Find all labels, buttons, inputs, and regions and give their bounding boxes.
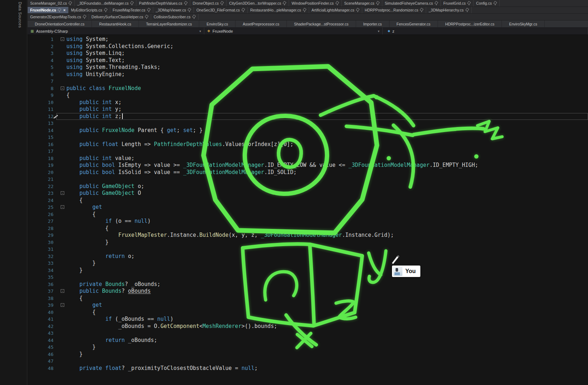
fold-column (59, 323, 64, 330)
tab-OneSec3D_FileFormat.cs[interactable]: OneSec3D_FileFormat.cs (194, 7, 248, 13)
code-text: using System; (64, 36, 108, 43)
tab-CityGen3DGen...torWrapper.cs[interactable]: CityGen3DGen...torWrapper.cs (227, 0, 289, 6)
fold-column (59, 155, 64, 162)
pin-icon[interactable] (184, 1, 187, 5)
tab-EnviroSkyMgr.cs[interactable]: EnviroSkyMgr.cs (502, 20, 545, 27)
tab-RestaurantHo...pleManager.cs[interactable]: RestaurantHo...pleManager.cs (248, 7, 309, 13)
tab-Generator2ExportMapTools.cs[interactable]: Generator2ExportMapTools.cs (28, 14, 89, 20)
data-sources-tab[interactable]: Data Sources (18, 2, 22, 28)
code-text: public Bounds? oBounds (64, 288, 151, 295)
pin-icon[interactable] (83, 15, 86, 19)
tab-label: HDRPPostproc...Randomizer.cs (365, 8, 418, 12)
code-line-32: 32 return o; (28, 253, 588, 260)
tab-_3DMapHierarchy.cs[interactable]: _3DMapHierarchy.cs (426, 7, 471, 13)
tab-label: AssetPreprocessor.cs (243, 22, 279, 26)
tab-DroneObject.cs[interactable]: DroneObject.cs (190, 0, 227, 6)
fold-collapse-icon[interactable]: - (61, 86, 64, 90)
fold-collapse-icon[interactable]: - (61, 191, 64, 195)
fold-collapse-icon[interactable]: - (61, 205, 64, 209)
pin-icon[interactable] (242, 8, 245, 12)
tab-CollisionSubscriber.cs[interactable]: CollisionSubscriber.cs (151, 14, 199, 20)
pin-icon[interactable] (69, 1, 72, 5)
tab-ShaderPackage...stProcessor.cs[interactable]: ShaderPackage...stProcessor.cs (287, 20, 356, 27)
fold-collapse-icon[interactable]: - (61, 303, 64, 307)
code-text (64, 134, 66, 141)
tab-Importer.cs[interactable]: Importer.cs (356, 20, 389, 27)
line-number: 29 (28, 232, 59, 239)
code-text: { (64, 295, 83, 302)
fold-column (59, 141, 64, 148)
project-dropdown[interactable]: ▦ Assembly-CSharp ▾ (28, 28, 204, 34)
tab-_3DMapViewer.cs[interactable]: _3DMapViewer.cs (153, 7, 194, 13)
fold-column (59, 246, 64, 253)
code-text: public FruxelNode Parent { get; set; } (64, 127, 202, 134)
member-dropdown[interactable]: ◆ z (383, 28, 588, 34)
code-text: get (64, 204, 102, 211)
line-number: 26 (28, 211, 59, 218)
tab-FencesGenerator.cs[interactable]: FencesGenerator.cs (389, 20, 438, 27)
tab-FruxelMapTester.cs[interactable]: FruxelMapTester.cs (110, 7, 153, 13)
tab-DeliverySurfaceClassHelper.cs[interactable]: DeliverySurfaceClassHelper.cs (89, 14, 151, 20)
close-icon[interactable]: × (63, 8, 65, 12)
line-number: 4 (28, 57, 59, 64)
pin-icon[interactable] (420, 8, 423, 12)
pin-icon[interactable] (435, 1, 438, 5)
tab-ArtificialLightsManager.cs[interactable]: ArtificialLightsManager.cs (309, 7, 362, 13)
tab-HDRPPostproc...izerEditor.cs[interactable]: HDRPPostproc...izerEditor.cs (438, 20, 502, 27)
code-text: FruxelMapTester.Instance.BuildNode(x, y,… (64, 232, 394, 239)
tab-SceneManager_02.cs[interactable]: SceneManager_02.cs (28, 0, 75, 6)
pin-icon[interactable] (336, 1, 339, 5)
pin-icon[interactable] (466, 8, 469, 12)
tab-WindowPositionFinder.cs[interactable]: WindowPositionFinder.cs (289, 0, 341, 6)
pin-icon[interactable] (220, 1, 224, 5)
pin-icon[interactable] (58, 8, 61, 12)
tab-TerrainLayerRandomizer.cs[interactable]: TerrainLayerRandomizer.cs (139, 20, 200, 27)
line-number: 27 (28, 218, 59, 225)
tab-EnviroSky.cs[interactable]: EnviroSky.cs (199, 20, 235, 27)
tab-label: HDRPPostproc...izerEditor.cs (445, 22, 494, 26)
tab-HDRPPostproc...Randomizer.cs[interactable]: HDRPPostproc...Randomizer.cs (362, 7, 426, 13)
pin-icon[interactable] (467, 1, 471, 5)
code-text: public GameObject O (64, 190, 141, 197)
line-number: 9 (28, 92, 59, 99)
member-name: z (392, 29, 395, 33)
pin-icon[interactable] (303, 8, 306, 12)
code-line-22: 22 public GameObject o; (28, 183, 588, 190)
tab-FruxelGrid.cs[interactable]: FruxelGrid.cs (441, 0, 473, 6)
pin-icon[interactable] (192, 15, 196, 19)
tab-PathfinderDepthValues.cs[interactable]: PathfinderDepthValues.cs (136, 0, 190, 6)
tab-SimulatedFisheyeCamera.cs[interactable]: SimulatedFisheyeCamera.cs (382, 0, 441, 6)
class-dropdown[interactable]: ❖ FruxelNode ▾ (204, 28, 383, 34)
fold-collapse-icon[interactable]: - (61, 37, 64, 41)
tab-label: PathfinderDepthValues.cs (139, 1, 182, 5)
chevron-down-icon[interactable]: ▾ (199, 29, 201, 33)
tab-_3DFoundatio...delManager.cs[interactable]: _3DFoundatio...delManager.cs (75, 0, 136, 6)
code-line-16: 16 public float Length => PathfinderDept… (28, 141, 588, 148)
code-editor[interactable]: 1-using System;2using System.Collections… (28, 35, 588, 385)
pin-icon[interactable] (145, 15, 148, 19)
tab-Config.cs[interactable]: Config.cs (473, 0, 500, 6)
pin-icon[interactable] (104, 8, 107, 12)
tab-SceneManager.cs[interactable]: SceneManager.cs (342, 0, 382, 6)
pin-icon[interactable] (376, 1, 379, 5)
pin-icon[interactable] (283, 1, 286, 5)
class-icon: ❖ (207, 29, 210, 33)
fold-collapse-icon[interactable]: - (61, 289, 64, 293)
pin-icon[interactable] (188, 8, 191, 12)
code-line-17: 17 (28, 148, 588, 155)
tab-FruxelNode.cs[interactable]: FruxelNode.cs× (28, 7, 69, 13)
code-line-6: 6using UnityEngine; (28, 71, 588, 78)
code-line-20: 20 public bool IsSolid => value == _3DFo… (28, 169, 588, 176)
tab-RestaurantHook.cs[interactable]: RestaurantHook.cs (92, 20, 139, 27)
tab-DroneOrientationController.cs[interactable]: DroneOrientationController.cs (28, 20, 92, 27)
chevron-down-icon[interactable]: ▾ (378, 29, 379, 33)
code-text: private Bounds? _oBounds; (64, 281, 160, 288)
pin-icon[interactable] (494, 1, 497, 5)
pin-icon[interactable] (130, 1, 134, 5)
code-line-31: 31 (28, 246, 588, 253)
tab-MyEditorScripts.cs[interactable]: MyEditorScripts.cs (69, 7, 110, 13)
code-line-7: 7 (28, 78, 588, 85)
tab-AssetPreprocessor.cs[interactable]: AssetPreprocessor.cs (235, 20, 287, 27)
pin-icon[interactable] (147, 8, 150, 12)
pin-icon[interactable] (356, 8, 359, 12)
